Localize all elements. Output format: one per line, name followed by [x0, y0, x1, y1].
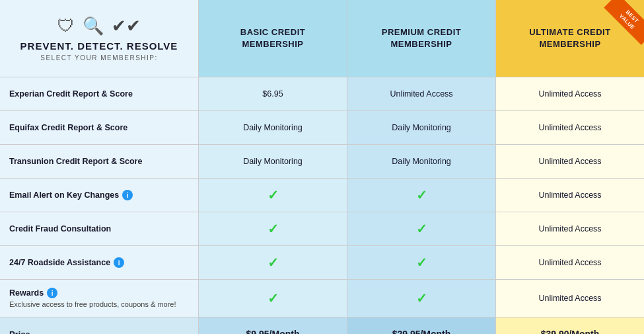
- row-fraud: Credit Fraud Consultation✓✓Unlimited Acc…: [0, 212, 644, 246]
- price-amount: $9.95/Month: [246, 329, 300, 334]
- value-cell-email-alert-ultimate: Unlimited Access: [495, 179, 644, 212]
- value-cell-fraud-basic: ✓: [198, 212, 347, 245]
- feature-name-roadside: 24/7 Roadside Assistance: [9, 258, 110, 267]
- checkmark-icon: ✓: [268, 255, 279, 271]
- value-cell-fraud-ultimate: Unlimited Access: [495, 212, 644, 245]
- row-email-alert: Email Alert on Key Changesi✓✓Unlimited A…: [0, 179, 644, 212]
- value-cell-rewards-premium: ✓: [347, 280, 495, 317]
- price-value-basic: $9.95/Month: [198, 317, 347, 334]
- value-cell-equifax-ultimate: Unlimited Access: [495, 111, 644, 144]
- row-experian: Experian Credit Report & Score$6.95Unlim…: [0, 77, 644, 111]
- info-icon-roadside[interactable]: i: [114, 257, 124, 268]
- checkmark-icon: ✓: [416, 290, 427, 306]
- brand-subtitle: SELECT YOUR MEMBERSHIP:: [40, 54, 158, 62]
- checkmark-icon: ✓: [268, 221, 279, 237]
- price-value-ultimate: $39.90/Month: [495, 317, 644, 334]
- basic-plan-title: BASIC CREDITMEMBERSHIP: [240, 26, 305, 50]
- basic-plan-header: BASIC CREDITMEMBERSHIP: [199, 0, 347, 77]
- value-cell-transunion-basic: Daily Monitoring: [198, 145, 347, 178]
- price-amount: $39.90/Month: [541, 329, 600, 334]
- feature-cell-roadside: 24/7 Roadside Assistancei: [0, 246, 198, 279]
- price-row: Price$9.95/Month$29.95/Month$39.90/Month: [0, 317, 644, 334]
- feature-rows: Experian Credit Report & Score$6.95Unlim…: [0, 77, 644, 334]
- feature-name-equifax: Equifax Credit Report & Score: [9, 123, 127, 132]
- feature-name-fraud: Credit Fraud Consultation: [9, 224, 111, 233]
- best-value-ribbon: BESTVALUE: [598, 0, 644, 46]
- value-cell-experian-premium: Unlimited Access: [347, 77, 495, 110]
- feature-cell-equifax: Equifax Credit Report & Score: [0, 111, 198, 144]
- price-amount: $29.95/Month: [392, 329, 451, 334]
- row-rewards: RewardsiExclusive access to free product…: [0, 280, 644, 317]
- value-cell-roadside-premium: ✓: [347, 246, 495, 279]
- premium-plan-title: PREMIUM CREDITMEMBERSHIP: [382, 26, 461, 50]
- comparison-table: 🛡 🔍 ✔✔ PREVENT. DETECT. RESOLVE SELECT Y…: [0, 0, 644, 77]
- checkmark-icon: ✓: [416, 221, 427, 237]
- feature-name-rewards: Rewards: [9, 288, 44, 298]
- checkmarks-icon: ✔✔: [112, 16, 141, 36]
- price-label-cell: Price: [0, 317, 198, 334]
- brand-header: 🛡 🔍 ✔✔ PREVENT. DETECT. RESOLVE SELECT Y…: [0, 0, 198, 77]
- feature-name-experian: Experian Credit Report & Score: [9, 89, 133, 99]
- premium-plan-column: PREMIUM CREDITMEMBERSHIP: [347, 0, 495, 77]
- value-cell-experian-basic: $6.95: [198, 77, 347, 110]
- features-column: 🛡 🔍 ✔✔ PREVENT. DETECT. RESOLVE SELECT Y…: [0, 0, 198, 77]
- checkmark-icon: ✓: [268, 290, 279, 306]
- search-icon: 🔍: [83, 16, 104, 36]
- checkmark-icon: ✓: [268, 187, 279, 203]
- value-cell-equifax-basic: Daily Monitoring: [198, 111, 347, 144]
- price-label: Price: [9, 329, 30, 334]
- feature-name-transunion: Transunion Credit Report & Score: [9, 157, 142, 166]
- value-cell-rewards-basic: ✓: [198, 280, 347, 317]
- shield-icon: 🛡: [57, 16, 75, 36]
- ultimate-plan-column: BESTVALUE ULTIMATE CREDITMEMBERSHIP: [495, 0, 644, 77]
- price-value-premium: $29.95/Month: [347, 317, 495, 334]
- feature-cell-transunion: Transunion Credit Report & Score: [0, 145, 198, 178]
- premium-plan-header: PREMIUM CREDITMEMBERSHIP: [347, 0, 495, 77]
- value-cell-roadside-basic: ✓: [198, 246, 347, 279]
- value-cell-transunion-ultimate: Unlimited Access: [495, 145, 644, 178]
- feature-cell-email-alert: Email Alert on Key Changesi: [0, 179, 198, 212]
- basic-plan-column: BASIC CREDITMEMBERSHIP: [198, 0, 347, 77]
- value-cell-fraud-premium: ✓: [347, 212, 495, 245]
- feature-sub-rewards: Exclusive access to free products, coupo…: [9, 300, 176, 309]
- checkmark-icon: ✓: [416, 187, 427, 203]
- ribbon-text: BESTVALUE: [604, 0, 644, 45]
- info-icon-email-alert[interactable]: i: [122, 190, 133, 200]
- feature-cell-fraud: Credit Fraud Consultation: [0, 212, 198, 245]
- value-cell-transunion-premium: Daily Monitoring: [347, 145, 495, 178]
- feature-cell-rewards: RewardsiExclusive access to free product…: [0, 280, 198, 317]
- value-cell-experian-ultimate: Unlimited Access: [495, 77, 644, 110]
- value-cell-roadside-ultimate: Unlimited Access: [495, 246, 644, 279]
- brand-title: PREVENT. DETECT. RESOLVE: [20, 40, 178, 52]
- value-cell-rewards-ultimate: Unlimited Access: [495, 280, 644, 317]
- feature-name-email-alert: Email Alert on Key Changes: [9, 190, 119, 200]
- info-icon-rewards[interactable]: i: [47, 288, 57, 298]
- brand-icons: 🛡 🔍 ✔✔: [57, 16, 141, 36]
- feature-cell-experian: Experian Credit Report & Score: [0, 77, 198, 110]
- row-roadside: 24/7 Roadside Assistancei✓✓Unlimited Acc…: [0, 246, 644, 280]
- value-cell-email-alert-premium: ✓: [347, 179, 495, 212]
- row-transunion: Transunion Credit Report & ScoreDaily Mo…: [0, 145, 644, 179]
- checkmark-icon: ✓: [416, 255, 427, 271]
- value-cell-email-alert-basic: ✓: [198, 179, 347, 212]
- row-equifax: Equifax Credit Report & ScoreDaily Monit…: [0, 111, 644, 145]
- value-cell-equifax-premium: Daily Monitoring: [347, 111, 495, 144]
